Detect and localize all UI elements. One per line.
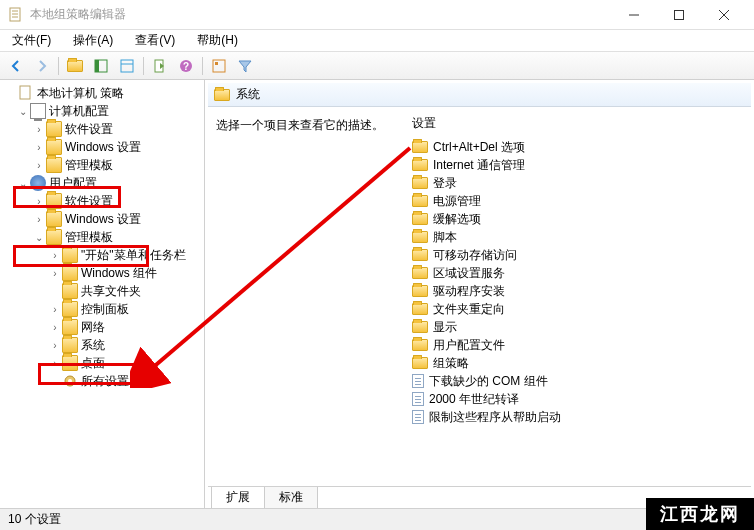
folder-icon [62,301,78,317]
menu-help[interactable]: 帮助(H) [191,30,244,51]
description-text: 选择一个项目来查看它的描述。 [216,117,400,134]
properties-button[interactable] [115,55,139,77]
folder-icon [62,265,78,281]
folder-icon [412,213,428,225]
folder-icon [412,231,428,243]
list-item[interactable]: 限制这些程序从帮助启动 [408,408,751,426]
folder-icon [46,121,62,137]
svg-rect-9 [95,60,99,72]
list-item[interactable]: 组策略 [408,354,751,372]
help-button[interactable]: ? [174,55,198,77]
folder-icon [62,355,78,371]
svg-text:?: ? [183,61,189,72]
tree-uc-desktop[interactable]: ›桌面 [2,354,202,372]
tree-user-config[interactable]: ⌄用户配置 [2,174,202,192]
tree-cc-windows[interactable]: ›Windows 设置 [2,138,202,156]
tree-uc-all[interactable]: 所有设置 [2,372,202,390]
folder-icon [62,283,78,299]
folder-icon [412,303,428,315]
folder-icon [62,319,78,335]
up-button[interactable] [63,55,87,77]
filter-button[interactable] [233,55,257,77]
folder-icon [412,321,428,333]
tree-uc-windows[interactable]: ›Windows 设置 [2,210,202,228]
folder-icon [412,159,428,171]
list-item[interactable]: 登录 [408,174,751,192]
folder-icon [214,89,230,101]
folder-icon [412,249,428,261]
settings-list[interactable]: 设置 Ctrl+Alt+Del 选项 Internet 通信管理 登录 电源管理… [408,113,751,486]
folder-icon [412,195,428,207]
list-item[interactable]: 下载缺少的 COM 组件 [408,372,751,390]
menu-bar: 文件(F) 操作(A) 查看(V) 帮助(H) [0,30,754,52]
tree-uc-network[interactable]: ›网络 [2,318,202,336]
policy-icon [412,410,424,424]
list-item[interactable]: Internet 通信管理 [408,156,751,174]
navigation-tree[interactable]: 本地计算机 策略 ⌄计算机配置 ›软件设置 ›Windows 设置 ›管理模板 … [0,80,205,508]
folder-icon [412,339,428,351]
toolbar-separator [202,57,203,75]
tree-uc-start[interactable]: ›"开始"菜单和任务栏 [2,246,202,264]
tree-uc-system[interactable]: ›系统 [2,336,202,354]
policy-icon [412,374,424,388]
list-item[interactable]: 显示 [408,318,751,336]
close-button[interactable] [701,0,746,30]
watermark: 江西龙网 [646,498,754,530]
menu-file[interactable]: 文件(F) [6,30,57,51]
menu-action[interactable]: 操作(A) [67,30,119,51]
toolbar-separator [143,57,144,75]
folder-icon [412,285,428,297]
status-bar: 10 个设置 [0,508,754,530]
folder-icon [46,193,62,209]
minimize-button[interactable] [611,0,656,30]
list-item[interactable]: 用户配置文件 [408,336,751,354]
content-title: 系统 [236,86,260,103]
list-item[interactable]: 文件夹重定向 [408,300,751,318]
policy-icon [412,392,424,406]
tree-cc-templates[interactable]: ›管理模板 [2,156,202,174]
list-item[interactable]: 可移动存储访问 [408,246,751,264]
main-area: 本地计算机 策略 ⌄计算机配置 ›软件设置 ›Windows 设置 ›管理模板 … [0,80,754,508]
export-button[interactable] [148,55,172,77]
tree-cc-software[interactable]: ›软件设置 [2,120,202,138]
user-config-icon [30,175,46,191]
folder-icon [46,211,62,227]
back-button[interactable] [4,55,28,77]
computer-icon [30,103,46,119]
svg-rect-10 [121,60,133,72]
folder-icon [412,141,428,153]
svg-rect-16 [215,62,218,65]
maximize-button[interactable] [656,0,701,30]
list-item[interactable]: 电源管理 [408,192,751,210]
tree-uc-shared[interactable]: 共享文件夹 [2,282,202,300]
folder-icon [62,247,78,263]
folder-icon [46,139,62,155]
menu-view[interactable]: 查看(V) [129,30,181,51]
folder-icon [62,337,78,353]
content-pane: 系统 选择一个项目来查看它的描述。 设置 Ctrl+Alt+Del 选项 Int… [205,80,754,508]
folder-icon [412,177,428,189]
tree-uc-wincomp[interactable]: ›Windows 组件 [2,264,202,282]
tree-uc-templates[interactable]: ⌄管理模板 [2,228,202,246]
forward-button[interactable] [30,55,54,77]
list-item[interactable]: Ctrl+Alt+Del 选项 [408,138,751,156]
tree-uc-software[interactable]: ›软件设置 [2,192,202,210]
tab-standard[interactable]: 标准 [264,487,318,508]
folder-icon [46,157,62,173]
tree-root[interactable]: 本地计算机 策略 [2,84,202,102]
svg-rect-15 [213,60,225,72]
svg-point-19 [68,379,72,383]
list-item[interactable]: 脚本 [408,228,751,246]
tab-extended[interactable]: 扩展 [211,487,265,508]
column-header[interactable]: 设置 [408,113,751,138]
tree-computer-config[interactable]: ⌄计算机配置 [2,102,202,120]
list-item[interactable]: 区域设置服务 [408,264,751,282]
list-item[interactable]: 驱动程序安装 [408,282,751,300]
options-button[interactable] [207,55,231,77]
tree-uc-control[interactable]: ›控制面板 [2,300,202,318]
show-hide-tree-button[interactable] [89,55,113,77]
list-item[interactable]: 2000 年世纪转译 [408,390,751,408]
content-header: 系统 [208,83,751,107]
list-item[interactable]: 缓解选项 [408,210,751,228]
app-icon [8,7,24,23]
